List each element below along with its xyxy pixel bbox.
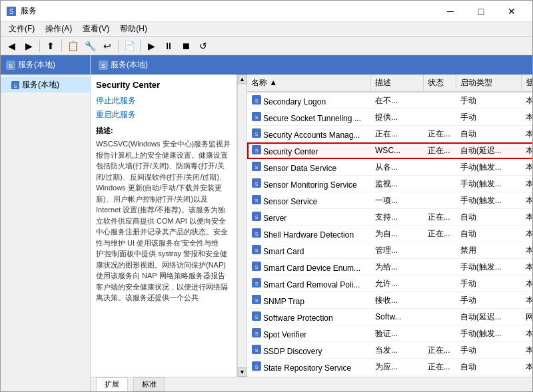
svg-text:S: S [255,265,259,270]
export-button[interactable]: 📄 [121,39,137,53]
row-icon: S [251,361,262,371]
restart-button[interactable]: ↺ [195,39,211,53]
content-icon: S [99,61,108,70]
tab-extended[interactable]: 扩展 [96,377,128,391]
svg-text:S: S [255,365,259,369]
table-row[interactable]: S Secure Socket Tunneling ... 提供... 手动 本… [247,109,532,126]
cell-login: 本地系统 [522,210,532,225]
table-row[interactable]: S Smart Card Device Enum... 为给... 手动(触发.… [247,259,532,276]
cell-login: 本地系统 [522,126,532,142]
svg-text:S: S [9,8,14,15]
left-scroll-area: ▲ ▼ [238,75,247,377]
table-row[interactable]: S State Repository Service 为应... 正在... 自… [247,359,532,375]
up-button[interactable]: ⬆ [43,39,59,53]
cell-login: 本地系统 [522,193,532,208]
menu-view[interactable]: 查看(V) [77,22,115,36]
row-icon: S [251,344,262,355]
stop-button[interactable]: ⏹ [178,39,194,53]
cell-name: S Security Center [247,142,371,158]
cell-startup: 手动 [456,343,522,358]
table-row[interactable]: S Security Center WSC... 正在... 自动(延迟... … [247,142,532,159]
nav-item-services[interactable]: S 服务(本地) [1,77,90,93]
cell-name: S Sensor Service [247,192,371,208]
svg-text:S: S [255,282,259,286]
pause-button[interactable]: ⏸ [161,39,177,53]
svg-text:S: S [255,248,259,253]
toolbar: ◀ ▶ ⬆ 📋 🔧 ↩ 📄 ▶ ⏸ ⏹ ↺ [1,37,532,55]
cell-name: S Smart Card Removal Poli... [247,276,371,292]
close-button[interactable]: ✕ [496,1,527,22]
table-row[interactable]: S Software Protection Softw... 自动(延迟... … [247,309,532,325]
minimize-button[interactable]: ─ [435,1,466,22]
cell-login: 本地服务 [522,293,532,308]
col-header-name[interactable]: 名称 ▲ [247,75,371,91]
table-body: S Secondary Logon 在不... 手动 本地系统 S Secure… [247,93,532,377]
cell-name: S Spot Verifier [247,325,371,341]
cell-desc: 接收... [371,293,423,308]
cell-status: 正在... [424,126,456,142]
table-row[interactable]: S SNMP Trap 接收... 手动 本地服务 [247,292,532,309]
scroll-down-button[interactable]: ▼ [238,367,247,377]
col-header-login[interactable]: 登录为 [522,75,532,91]
menu-help[interactable]: 帮助(H) [115,22,153,36]
window-title: 服务 [21,5,435,17]
cell-desc: 从各... [371,160,423,175]
cell-desc: WSC... [371,144,423,157]
stop-service-link[interactable]: 停止此服务 [96,95,231,106]
table-row[interactable]: S Spot Verifier 验证... 手动(触发... 本地系统 [247,325,532,342]
col-header-startup[interactable]: 启动类型 [456,75,522,91]
table-row[interactable]: S Server 支持... 正在... 自动 本地系统 [247,209,532,226]
toolbar-separator-2 [61,40,62,52]
content-header: S 服务(本地) [91,55,532,75]
scroll-up-button[interactable]: ▲ [238,75,247,84]
cell-login: 本地系统 [522,260,532,275]
maximize-button[interactable]: □ [466,1,496,22]
menu-action[interactable]: 操作(A) [40,22,77,36]
table-row[interactable]: S Smart Card 管理... 禁用 本地服务 [247,242,532,259]
cell-status [424,248,456,252]
properties-button[interactable]: 🔧 [82,39,98,53]
col-header-status[interactable]: 状态 [424,75,456,91]
menu-file[interactable]: 文件(F) [3,22,40,36]
cell-startup: 自动 [456,359,522,375]
cell-login: 本地服务 [522,143,532,158]
table-row[interactable]: S Sensor Data Service 从各... 手动(触发... 本地系… [247,159,532,176]
back-button[interactable]: ◀ [3,39,19,53]
nav-icon: S [6,61,15,70]
cell-startup: 自动 [456,126,522,142]
cell-status [424,98,456,102]
cell-status [424,115,456,119]
title-bar: S 服务 ─ □ ✕ [1,1,532,22]
cell-login: 本地服务 [522,110,532,125]
show-hide-button[interactable]: 📋 [65,39,81,53]
table-row[interactable]: S Sensor Service 一项... 手动(触发... 本地系统 [247,192,532,209]
cell-login: 本地系统 [522,176,532,192]
table-row[interactable]: S Security Accounts Manag... 正在... 正在...… [247,126,532,142]
restart-service-link[interactable]: 重启此服务 [96,109,231,120]
forward-button[interactable]: ▶ [21,39,37,53]
table-row[interactable]: S Smart Card Removal Poli... 允许... 手动 本地… [247,276,532,292]
service-description: WSCSVC(Windows 安全中心)服务监视并报告计算机上的安全健康设置。健… [96,138,231,303]
row-icon: S [251,244,262,255]
col-header-desc[interactable]: 描述 [371,75,424,91]
cell-login: 本地服务 [522,243,532,258]
right-side: S 服务(本地) Security Center 停止此服务 重启此服务 描述:… [91,55,532,391]
refresh-button[interactable]: ↩ [99,39,115,53]
cell-startup: 手动(触发... [456,160,522,175]
cell-status [424,298,456,302]
row-icon: S [251,161,262,172]
table-row[interactable]: S Secondary Logon 在不... 手动 本地系统 [247,93,532,109]
start-button[interactable]: ▶ [143,39,159,53]
row-icon: S [251,327,262,338]
cell-login: 本地服务 [522,343,532,358]
cell-desc: 为自... [371,226,423,242]
svg-text:S: S [255,198,259,203]
cell-startup: 手动 [456,276,522,292]
table-row[interactable]: S Shell Hardware Detection 为自... 正在... 自… [247,226,532,242]
nav-panel: S 服务(本地) S 服务(本地) [1,55,91,391]
tab-standard[interactable]: 标准 [133,377,165,391]
table-row[interactable]: S SSDP Discovery 当发... 正在... 手动 本地服务 [247,342,532,359]
table-header: 名称 ▲ 描述 状态 启动类型 [247,75,532,93]
cell-name: S Secure Socket Tunneling ... [247,109,371,125]
table-row[interactable]: S Sensor Monitoring Service 监视... 手动(触发.… [247,176,532,192]
